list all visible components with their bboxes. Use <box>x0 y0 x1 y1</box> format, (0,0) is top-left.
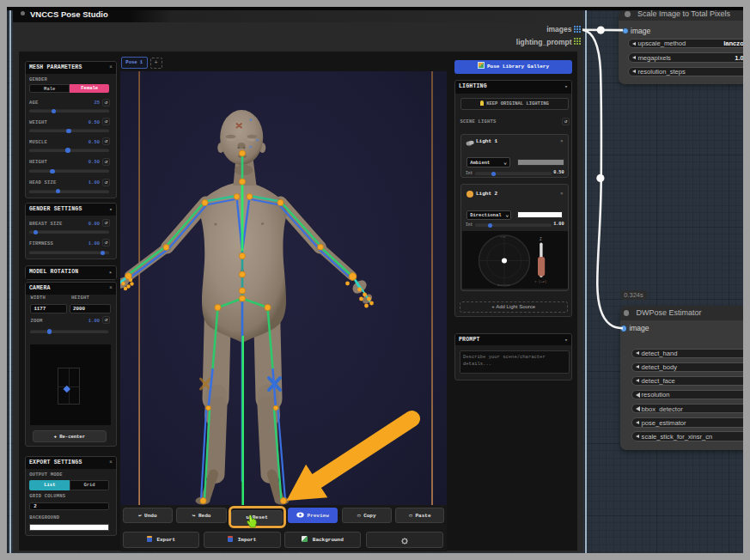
svg-text:Z: Z <box>540 237 542 241</box>
svg-text:Y (+Z): Y (+Z) <box>534 280 546 283</box>
svg-text:BOTTOM: BOTTOM <box>497 283 510 287</box>
svg-text:TOP: TOP <box>500 235 507 239</box>
